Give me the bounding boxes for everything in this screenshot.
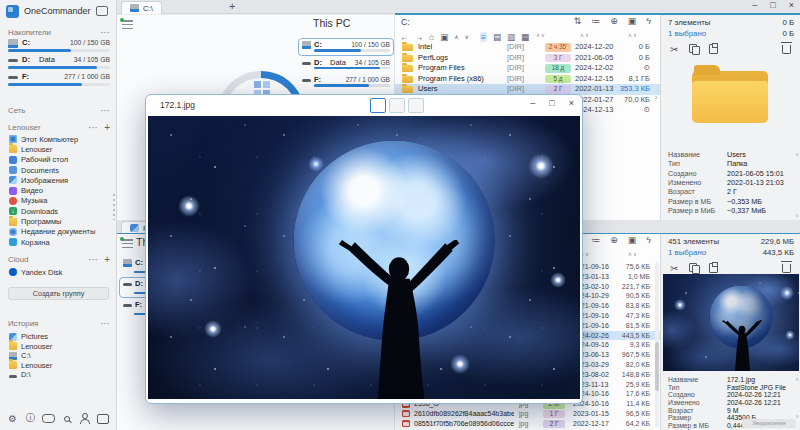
sidebar-tree-item[interactable]: Documents xyxy=(0,165,116,175)
panel-collapse-handle[interactable]: › xyxy=(655,93,658,102)
history-item[interactable]: Lenouser xyxy=(0,361,116,371)
network-menu-icon[interactable]: ··· xyxy=(101,106,110,115)
layout-icon[interactable] xyxy=(42,412,55,425)
view-content-icon[interactable]: ▤ xyxy=(493,32,501,42)
settings-icon[interactable]: ⚙ xyxy=(6,412,19,425)
cut-icon[interactable]: ✂ xyxy=(670,263,678,274)
sidebar-tree-item[interactable]: Downloads xyxy=(0,206,116,216)
actions-icon[interactable]: ϟ xyxy=(646,235,651,245)
sidebar-tree-item[interactable]: Недавние документы xyxy=(0,227,116,237)
view-thumbs-icon[interactable]: ▦ xyxy=(521,32,529,42)
sidebar-tree-item[interactable]: Видео xyxy=(0,185,116,195)
history-item[interactable]: D:\ xyxy=(0,370,116,380)
scroll-up-icon[interactable]: ∧ xyxy=(795,151,799,157)
cloud-item[interactable]: Yandex Disk xyxy=(0,267,116,277)
notifications-button[interactable]: Уведомления xyxy=(742,419,796,428)
info-icon[interactable]: ⓘ xyxy=(24,412,37,425)
search-icon[interactable] xyxy=(60,412,73,425)
thispc-drive-item[interactable]: F: 277 / 1 000 GB xyxy=(298,73,394,91)
sort-name-toggle[interactable]: ∧∨ xyxy=(536,32,546,38)
filter-icon[interactable] xyxy=(122,239,133,248)
view-details-icon[interactable]: ▥ xyxy=(507,32,515,42)
file-row[interactable]: 08551f70f5b706e08956d06ccce74bb1.jpg jpg… xyxy=(395,419,660,429)
history-item[interactable]: Pictures xyxy=(0,332,116,342)
new-item-icon[interactable]: ⊕ xyxy=(610,235,618,245)
sort-size-toggle[interactable]: ∧∨ xyxy=(628,251,638,257)
maximize-button[interactable]: □ xyxy=(549,98,554,108)
window-layout-icon[interactable] xyxy=(96,6,108,16)
cloud-add-icon[interactable]: + xyxy=(104,254,110,265)
file-row[interactable]: Program Files (x86) [DIR] 5 д 2024-12-15… xyxy=(395,74,660,85)
user-account-icon[interactable] xyxy=(78,412,91,425)
thispc-drive-item[interactable]: D: Data 34 / 105 GB xyxy=(298,56,394,74)
forward-icon[interactable]: → xyxy=(415,32,424,42)
viewer-tab[interactable] xyxy=(389,98,405,113)
scroll-down-icon[interactable]: ∨ xyxy=(795,413,799,419)
drives-menu-icon[interactable]: ··· xyxy=(101,28,110,37)
file-row[interactable]: Intel [DIR] 2 ч 35' 2024-12-20 0 Б xyxy=(395,42,660,53)
new-folder-icon[interactable]: ▣ xyxy=(440,32,448,42)
sidebar-tree-item[interactable]: Изображения xyxy=(0,175,116,185)
sidebar-tree-item[interactable]: Музыка xyxy=(0,196,116,206)
paste-icon[interactable] xyxy=(709,263,718,273)
file-row[interactable]: Users [DIR] 2 Г 2022-01-13 353,3 КБ xyxy=(395,84,660,95)
trash-icon[interactable] xyxy=(782,264,791,273)
sidebar-drive-item[interactable]: D: Data 34 / 105 GB xyxy=(8,55,110,72)
copy-path-icon[interactable]: ▣ xyxy=(628,235,637,245)
minimize-button[interactable]: – xyxy=(530,98,535,108)
home-icon[interactable]: ⌂ xyxy=(429,32,434,42)
trash-icon[interactable] xyxy=(782,45,791,54)
sidebar-tree-item[interactable]: Программы xyxy=(0,216,116,226)
sidebar-tree-item[interactable]: Рабочий стол xyxy=(0,155,116,165)
history-item[interactable]: Lenouser xyxy=(0,342,116,352)
scroll-up-icon[interactable]: ∧ xyxy=(795,376,799,382)
new-tab-button[interactable]: + xyxy=(229,0,235,12)
history-item[interactable]: C:\ xyxy=(0,351,116,361)
file-row[interactable]: Program Files [DIR] 18 д 2024-12-02 ⊙ xyxy=(395,63,660,74)
image-viewer-window[interactable]: 172.1.jpg – □ × xyxy=(145,94,583,404)
maximize-button[interactable]: □ xyxy=(770,0,775,10)
copy-icon[interactable] xyxy=(689,44,698,55)
group-by-icon[interactable]: ≔ xyxy=(591,235,600,245)
sidebar-drive-item[interactable]: F: 277 / 1 000 GB xyxy=(8,72,110,89)
sort-date-toggle[interactable]: ∧∨ xyxy=(580,32,590,38)
file-row[interactable]: 2610dfb089262f84aaac54b3abe95.jpg jpg 1 … xyxy=(395,409,660,419)
current-path[interactable]: C: xyxy=(401,17,410,27)
cut-icon[interactable]: ✂ xyxy=(670,44,678,55)
view-list-icon[interactable]: ≡ xyxy=(480,32,487,42)
user-menu-icon[interactable]: ··· xyxy=(89,123,98,132)
viewer-tab[interactable] xyxy=(408,98,424,113)
collapse-icon[interactable]: ∧ xyxy=(454,33,458,40)
back-icon[interactable]: ← xyxy=(400,32,409,42)
cloud-menu-icon[interactable]: ··· xyxy=(89,255,98,264)
paste-icon[interactable] xyxy=(709,44,718,54)
group-by-icon[interactable]: ≔ xyxy=(591,16,600,26)
actions-icon[interactable]: ϟ xyxy=(646,16,651,26)
tab-c-drive[interactable]: C:\ xyxy=(121,1,162,14)
scrollbar[interactable] xyxy=(655,262,659,428)
scroll-down-icon[interactable]: ∨ xyxy=(795,212,799,218)
sidebar-tree-item[interactable]: Корзина xyxy=(0,237,116,247)
copy-path-icon[interactable]: ▣ xyxy=(628,16,637,26)
expand-icon[interactable]: ∨ xyxy=(465,33,469,40)
create-group-button[interactable]: Создать группу xyxy=(8,287,109,300)
viewer-tab[interactable] xyxy=(370,98,386,113)
sort-size-toggle[interactable]: ∧∨ xyxy=(628,32,638,38)
copy-icon[interactable] xyxy=(689,263,698,274)
filter-icon[interactable] xyxy=(122,20,133,29)
sort-icon[interactable]: ⇅ xyxy=(574,16,582,26)
window-icon[interactable] xyxy=(96,412,109,425)
sidebar-tree-item[interactable]: Этот Компьютер xyxy=(0,134,116,144)
user-add-icon[interactable]: + xyxy=(104,122,110,133)
new-item-icon[interactable]: ⊕ xyxy=(610,16,618,26)
minimize-button[interactable]: – xyxy=(752,0,757,10)
sidebar-tree-item[interactable]: Lenouser xyxy=(0,144,116,154)
sidebar-drive-item[interactable]: C: 100 / 150 GB xyxy=(8,38,110,55)
thispc-drive-item[interactable]: C: 100 / 150 GB xyxy=(298,38,394,56)
close-button[interactable]: × xyxy=(569,98,574,108)
history-menu-icon[interactable]: ··· xyxy=(101,319,110,328)
file-type: [DIR] xyxy=(507,53,524,64)
close-button[interactable]: × xyxy=(789,0,794,10)
sidebar-splitter[interactable] xyxy=(113,194,115,220)
file-row[interactable]: PerfLogs [DIR] 3 Г 2021-06-05 0 Б xyxy=(395,53,660,64)
